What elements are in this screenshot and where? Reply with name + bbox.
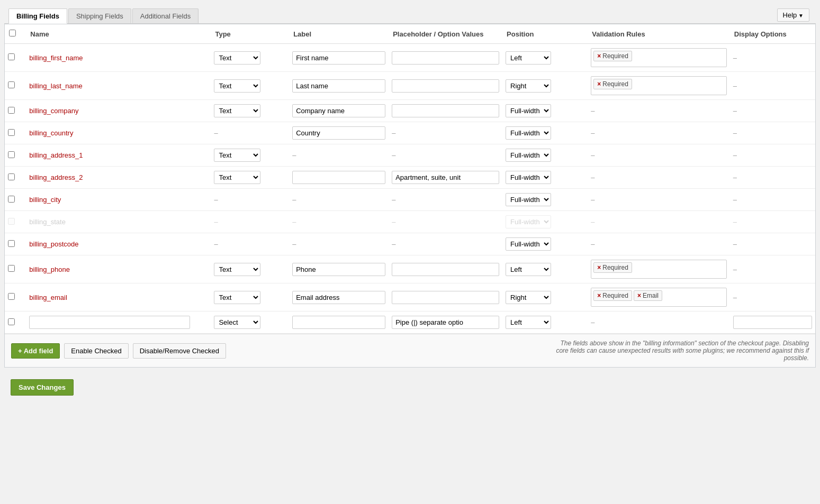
table-row: billing_first_nameTextSelectTextareaPass… — [5, 44, 815, 72]
label-input-billing_email[interactable] — [292, 291, 385, 304]
type-dash: – — [214, 218, 218, 226]
placeholder-dash: – — [392, 196, 395, 204]
table-row: billing_country––LeftRightFull-width–– — [5, 122, 815, 144]
tab-shipping[interactable]: Shipping Fields — [68, 8, 131, 23]
position-select-billing_city[interactable]: LeftRightFull-width — [506, 193, 551, 206]
label-input-billing_first_name[interactable] — [292, 51, 385, 65]
validation-dash: – — [591, 151, 594, 159]
table-row: billing_address_1TextSelectTextareaPassw… — [5, 144, 815, 167]
validation-dash: – — [591, 129, 594, 137]
tab-billing[interactable]: Billing Fields — [8, 8, 67, 24]
row-checkbox-billing_address_1[interactable] — [8, 151, 15, 158]
type-select-billing_company[interactable]: TextSelectTextareaPasswordHidden — [214, 104, 260, 117]
disable-checked-button[interactable]: Disable/Remove Checked — [133, 343, 226, 359]
validation-tag-required[interactable]: ×Required — [593, 79, 632, 89]
new-field-name-input[interactable] — [29, 316, 190, 329]
row-checkbox-billing_first_name[interactable] — [8, 53, 15, 60]
placeholder-dash: – — [392, 151, 395, 159]
position-select-billing_first_name[interactable]: LeftRightFull-width — [506, 51, 551, 65]
placeholder-input-new_field[interactable] — [392, 316, 499, 329]
label-input-billing_address_2[interactable] — [292, 171, 385, 184]
label-dash: – — [292, 196, 296, 204]
placeholder-input-billing_first_name[interactable] — [392, 51, 499, 65]
label-dash: – — [292, 151, 296, 159]
row-checkbox-billing_city[interactable] — [8, 196, 15, 203]
placeholder-input-billing_last_name[interactable] — [392, 79, 499, 93]
validation-area-billing_last_name: ×Required — [591, 76, 727, 95]
field-name-label: billing_city — [29, 196, 61, 204]
row-checkbox-billing_state[interactable] — [8, 218, 15, 225]
row-checkbox-billing_postcode[interactable] — [8, 240, 15, 247]
table-row: billing_companyTextSelectTextareaPasswor… — [5, 100, 815, 122]
save-changes-button[interactable]: Save Changes — [11, 379, 74, 396]
select-all-checkbox[interactable] — [9, 30, 16, 36]
position-select-billing_address_2[interactable]: LeftRightFull-width — [506, 171, 551, 184]
field-name-label: billing_country — [29, 129, 73, 137]
display-input-new_field[interactable] — [733, 316, 812, 329]
row-checkbox-new_field[interactable] — [8, 318, 15, 325]
placeholder-input-billing_email[interactable] — [392, 291, 499, 304]
type-select-billing_first_name[interactable]: TextSelectTextareaPasswordHidden — [214, 51, 260, 65]
help-button[interactable]: Help — [777, 8, 809, 22]
row-checkbox-billing_company[interactable] — [8, 107, 15, 114]
label-dash: – — [292, 218, 296, 226]
position-select-billing_last_name[interactable]: LeftRightFull-width — [506, 79, 551, 93]
table-row: billing_last_nameTextSelectTextareaPassw… — [5, 72, 815, 100]
main-content: Name Type Label Placeholder / Option Val… — [4, 24, 816, 368]
table-row: billing_emailTextSelectTextareaPasswordH… — [5, 283, 815, 311]
placeholder-input-billing_company[interactable] — [392, 104, 499, 117]
label-input-billing_phone[interactable] — [292, 263, 385, 276]
position-select-billing_postcode[interactable]: LeftRightFull-width — [506, 237, 551, 251]
display-dash: – — [733, 151, 737, 159]
validation-dash: – — [591, 107, 594, 115]
add-field-button[interactable]: + Add field — [11, 343, 60, 359]
row-checkbox-billing_address_2[interactable] — [8, 173, 15, 180]
label-input-billing_country[interactable] — [292, 126, 385, 140]
type-select-new_field[interactable]: TextSelectTextareaPasswordHidden — [214, 316, 260, 329]
field-name-label: billing_first_name — [29, 54, 83, 62]
table-row: billing_state–––LeftRightFull-width–– — [5, 211, 815, 233]
validation-tag-required[interactable]: ×Required — [593, 51, 632, 61]
position-select-billing_country[interactable]: LeftRightFull-width — [506, 126, 551, 140]
tab-additional[interactable]: Additional Fields — [132, 8, 199, 23]
label-input-new_field[interactable] — [292, 316, 385, 329]
type-dash: – — [214, 129, 218, 137]
validation-dash: – — [591, 240, 594, 248]
position-select-billing_email[interactable]: LeftRightFull-width — [506, 291, 551, 304]
position-select-new_field[interactable]: LeftRightFull-width — [506, 316, 551, 329]
field-name-label: billing_email — [29, 294, 67, 301]
placeholder-input-billing_phone[interactable] — [392, 263, 499, 276]
field-name-label: billing_state — [29, 218, 66, 226]
placeholder-input-billing_address_2[interactable] — [392, 171, 499, 184]
type-select-billing_address_1[interactable]: TextSelectTextareaPasswordHidden — [214, 149, 260, 162]
label-input-billing_last_name[interactable] — [292, 79, 385, 93]
save-area: Save Changes — [4, 373, 816, 402]
placeholder-dash: – — [392, 218, 395, 226]
position-select-billing_company[interactable]: LeftRightFull-width — [506, 104, 551, 117]
enable-checked-button[interactable]: Enable Checked — [64, 343, 128, 359]
validation-tag-required[interactable]: ×Required — [593, 290, 632, 301]
type-select-billing_phone[interactable]: TextSelectTextareaPasswordHidden — [214, 263, 260, 276]
position-select-billing_state[interactable]: LeftRightFull-width — [506, 215, 551, 228]
row-checkbox-billing_email[interactable] — [8, 293, 15, 300]
validation-tag-required[interactable]: ×Required — [593, 262, 632, 273]
row-checkbox-billing_last_name[interactable] — [8, 81, 15, 88]
table-row: billing_address_2TextSelectTextareaPassw… — [5, 167, 815, 189]
type-select-billing_email[interactable]: TextSelectTextareaPasswordHidden — [214, 291, 260, 304]
position-select-billing_phone[interactable]: LeftRightFull-width — [506, 263, 551, 276]
header-position: Position — [502, 24, 588, 44]
label-input-billing_company[interactable] — [292, 104, 385, 117]
table-row: billing_phoneTextSelectTextareaPasswordH… — [5, 255, 815, 283]
row-checkbox-billing_country[interactable] — [8, 129, 15, 136]
field-name-label: billing_postcode — [29, 240, 78, 248]
table-row: billing_city–––LeftRightFull-width–– — [5, 189, 815, 211]
type-dash: – — [214, 240, 218, 248]
type-select-billing_last_name[interactable]: TextSelectTextareaPasswordHidden — [214, 79, 260, 93]
field-name-label: billing_company — [29, 107, 78, 115]
type-dash: – — [214, 196, 218, 204]
position-select-billing_address_1[interactable]: LeftRightFull-width — [506, 149, 551, 162]
type-select-billing_address_2[interactable]: TextSelectTextareaPasswordHidden — [214, 171, 260, 184]
validation-dash: – — [591, 318, 594, 326]
row-checkbox-billing_phone[interactable] — [8, 265, 15, 272]
validation-tag-email[interactable]: ×Email — [634, 290, 662, 301]
